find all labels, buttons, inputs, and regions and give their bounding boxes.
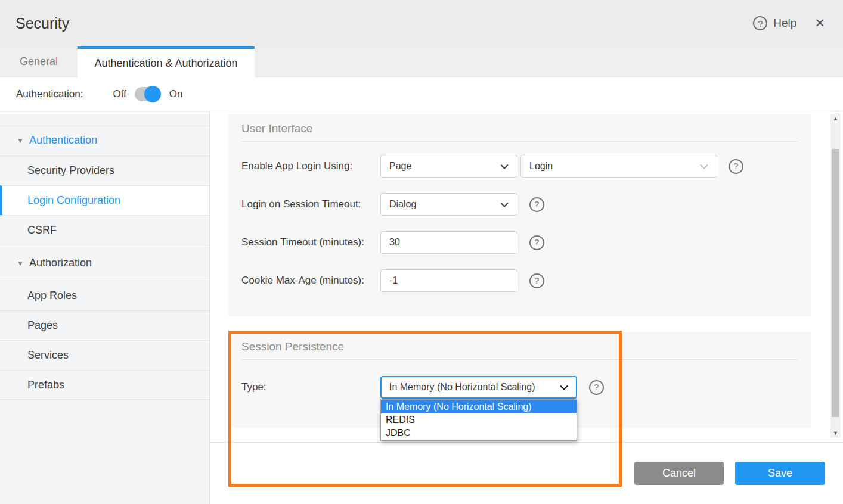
scroll-up-icon[interactable]: ▲ — [830, 113, 841, 123]
toggle-off-label: Off — [113, 88, 126, 100]
dialog-header: Security ? Help ✕ — [0, 0, 843, 46]
help-circle-icon[interactable]: ? — [589, 380, 604, 395]
sidebar-item-login-configuration[interactable]: Login Configuration — [0, 185, 209, 215]
form-row-session-timeout-minutes: Session Timeout (minutes): ? — [241, 231, 798, 254]
save-button[interactable]: Save — [735, 462, 825, 485]
main-panel: User Interface Enable App Login Using: P… — [210, 111, 843, 504]
sidebar-spacer — [0, 111, 209, 125]
session-timeout-input[interactable] — [380, 231, 517, 254]
user-interface-section: User Interface Enable App Login Using: P… — [228, 114, 811, 316]
field-label: Enable App Login Using: — [241, 160, 380, 172]
authentication-toggle-row: Authentication: Off On — [0, 77, 843, 111]
login-page-select[interactable]: Login — [520, 155, 717, 178]
section-title: User Interface — [228, 114, 811, 141]
tab-general[interactable]: General — [0, 46, 78, 77]
sidebar-item-security-providers[interactable]: Security Providers — [0, 155, 209, 185]
persistence-type-dropdown-menu: In Memory (No Horizontal Scaling) REDIS … — [380, 399, 577, 441]
form-row-enable-app-login: Enable App Login Using: Page Login ? — [241, 155, 798, 178]
tab-authentication-authorization[interactable]: Authentication & Authorization — [78, 46, 255, 77]
chevron-down-icon — [500, 202, 509, 207]
sidebar-group-authorization[interactable]: ▼ Authorization — [0, 245, 209, 281]
help-circle-icon[interactable]: ? — [529, 273, 544, 288]
select-value: Page — [389, 161, 411, 172]
form-row-login-session-timeout: Login on Session Timeout: Dialog ? — [241, 193, 798, 216]
sidebar-item-csrf[interactable]: CSRF — [0, 215, 209, 245]
tab-bar: General Authentication & Authorization — [0, 46, 843, 77]
dropdown-option-jdbc[interactable]: JDBC — [381, 427, 577, 440]
select-value: Dialog — [389, 199, 416, 210]
sidebar-nav: ▼ Authentication Security Providers Logi… — [0, 111, 210, 504]
chevron-expanded-icon: ▼ — [17, 136, 24, 145]
chevron-expanded-icon: ▼ — [17, 259, 24, 267]
authentication-label: Authentication: — [16, 88, 83, 100]
form-row-cookie-max-age: Cookie Max-Age (minutes): ? — [241, 269, 798, 292]
toggle-knob — [144, 86, 161, 102]
close-icon[interactable]: ✕ — [812, 16, 827, 30]
chevron-down-icon — [560, 385, 568, 390]
footer-divider — [210, 442, 843, 443]
chevron-down-icon — [500, 164, 509, 169]
section-divider — [241, 359, 798, 360]
scrollbar-thumb[interactable] — [832, 149, 839, 417]
scroll-down-icon[interactable]: ▼ — [830, 428, 841, 438]
sidebar-item-pages[interactable]: Pages — [0, 310, 209, 340]
help-link[interactable]: Help — [773, 17, 796, 30]
chevron-down-icon — [700, 164, 708, 169]
sidebar-item-prefabs[interactable]: Prefabs — [0, 370, 209, 400]
cookie-max-age-input[interactable] — [380, 269, 517, 292]
select-value: In Memory (No Horizontal Scaling) — [389, 382, 535, 393]
session-persistence-section: Session Persistence Type: In Memory (No … — [228, 332, 811, 428]
security-dialog: Security ? Help ✕ General Authentication… — [0, 0, 843, 504]
section-divider — [241, 141, 798, 142]
vertical-scrollbar[interactable]: ▲ ▼ — [830, 113, 841, 438]
help-circle-icon[interactable]: ? — [529, 235, 544, 250]
field-label: Login on Session Timeout: — [241, 198, 380, 210]
help-circle-icon[interactable]: ? — [729, 159, 743, 174]
dialog-body: ▼ Authentication Security Providers Logi… — [0, 111, 843, 504]
sidebar-group-label: Authentication — [29, 134, 97, 147]
session-timeout-mode-select[interactable]: Dialog — [380, 193, 517, 216]
dropdown-option-redis[interactable]: REDIS — [381, 413, 577, 427]
persistence-type-select[interactable]: In Memory (No Horizontal Scaling) — [380, 376, 577, 399]
dropdown-option-in-memory[interactable]: In Memory (No Horizontal Scaling) — [381, 400, 577, 413]
persistence-type-select-wrap: In Memory (No Horizontal Scaling) In Mem… — [380, 376, 577, 399]
select-value: Login — [529, 161, 553, 172]
authentication-toggle[interactable] — [135, 87, 160, 101]
sidebar-item-services[interactable]: Services — [0, 340, 209, 370]
page-title: Security — [16, 15, 69, 32]
field-label: Cookie Max-Age (minutes): — [241, 275, 380, 287]
cancel-button[interactable]: Cancel — [634, 462, 724, 485]
toggle-on-label: On — [169, 88, 183, 100]
sidebar-group-label: Authorization — [29, 257, 92, 269]
help-circle-icon[interactable]: ? — [529, 197, 544, 212]
header-actions: ? Help ✕ — [753, 16, 827, 30]
form-row-persistence-type: Type: In Memory (No Horizontal Scaling) … — [241, 376, 798, 399]
enable-app-login-select[interactable]: Page — [380, 155, 517, 178]
field-label: Session Timeout (minutes): — [241, 237, 380, 248]
field-label: Type: — [241, 381, 380, 393]
help-circle-icon[interactable]: ? — [753, 16, 767, 30]
sidebar-group-authentication[interactable]: ▼ Authentication — [0, 125, 209, 155]
sidebar-item-app-roles[interactable]: App Roles — [0, 281, 209, 310]
section-title: Session Persistence — [228, 332, 811, 359]
